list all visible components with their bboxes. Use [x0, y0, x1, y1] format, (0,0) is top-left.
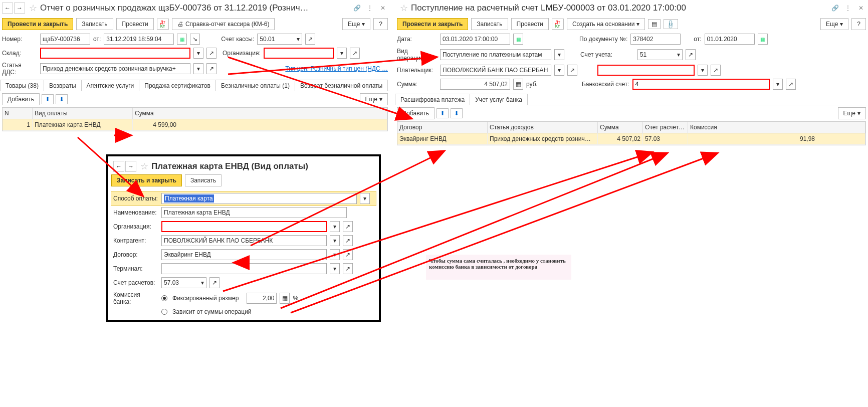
acc-pick-icon[interactable]: ↗ — [686, 49, 696, 60]
acc-pick-icon[interactable]: ↗ — [209, 277, 220, 288]
dtkt-button[interactable]: ДтКт — [157, 19, 169, 30]
table-row[interactable]: Эквайринг ЕНВД Приход денежных средств р… — [397, 133, 865, 145]
create-base-button[interactable]: Создать на основании ▾ — [567, 18, 645, 30]
dds-dd-icon[interactable]: ▾ — [193, 63, 203, 74]
kom-calc-icon[interactable]: ▦ — [280, 293, 290, 304]
list-icon[interactable]: ▤ — [648, 19, 661, 29]
contr-pick-icon[interactable]: ↗ — [343, 235, 353, 246]
star-icon[interactable]: ☆ — [400, 3, 408, 14]
cal-icon[interactable]: ▦ — [513, 34, 523, 45]
op-dd-icon[interactable]: ▾ — [554, 49, 564, 60]
close-icon[interactable]: ✕ — [856, 3, 866, 13]
tab-bank-services[interactable]: Учет услуг банка — [470, 94, 528, 105]
kassa-pick-icon[interactable]: ↗ — [305, 34, 315, 45]
tab-noncash-ret[interactable]: Возврат безналичной оплаты — [295, 80, 388, 91]
add-button[interactable]: Добавить — [2, 93, 40, 105]
term-dd-icon[interactable]: ▾ — [330, 263, 340, 274]
date-input[interactable]: 31.12.2019 18:59:04 — [104, 34, 174, 45]
help-button[interactable]: ? — [851, 18, 866, 30]
sum-input[interactable]: 4 507,02 — [440, 79, 510, 90]
help-button[interactable]: ? — [373, 18, 388, 30]
back-icon[interactable]: ← — [2, 3, 13, 14]
star-icon[interactable]: ☆ — [29, 3, 37, 14]
name-input[interactable]: Платежная карта ЕНВД — [161, 207, 347, 218]
number-input[interactable]: щзБУ-000736 — [40, 34, 90, 45]
down-icon[interactable]: ⬇ — [56, 94, 68, 104]
bank-dd-icon[interactable]: ▾ — [773, 79, 783, 90]
post-close-button[interactable]: Провести и закрыть — [397, 18, 468, 30]
add-button-r[interactable]: Добавить — [397, 107, 435, 119]
post-button[interactable]: Провести — [116, 18, 154, 30]
org-pick-icon[interactable]: ↗ — [711, 65, 721, 76]
post-button[interactable]: Провести — [511, 18, 549, 30]
dtkt-button[interactable]: ДтКт — [552, 19, 564, 30]
calendar-arrow-icon[interactable]: ↘ — [190, 34, 200, 45]
more-icon[interactable]: ⋮ — [843, 3, 853, 13]
sklad-input[interactable] — [40, 48, 190, 59]
price-link[interactable]: Тип цен: Розничный тип цен (НДС … — [285, 65, 388, 72]
acc-input[interactable]: 51▾ — [637, 49, 683, 60]
acc-input-p[interactable]: 57.03▾ — [161, 277, 206, 288]
sklad-dd-icon[interactable]: ▾ — [193, 48, 203, 59]
fwd-icon[interactable]: → — [14, 3, 25, 14]
cal2-icon[interactable]: ▦ — [758, 34, 768, 45]
link-icon[interactable]: 🔗 — [352, 3, 362, 13]
org-pick-icon[interactable]: ↗ — [343, 221, 353, 232]
radio-depends[interactable] — [161, 309, 167, 315]
dog-pick-icon[interactable]: ↗ — [343, 249, 353, 260]
term-pick-icon[interactable]: ↗ — [343, 263, 353, 274]
grid-more-button-r[interactable]: Еще ▾ — [838, 107, 866, 119]
save-close-button[interactable]: Записать и закрыть — [111, 174, 182, 186]
method-dd-icon[interactable]: ▾ — [360, 193, 370, 204]
radio-fixed[interactable] — [161, 295, 167, 301]
tab-returns[interactable]: Возвраты — [44, 80, 82, 91]
org-input[interactable] — [264, 48, 334, 59]
org-dd-icon[interactable]: ▾ — [337, 48, 347, 59]
up-icon[interactable]: ⬆ — [42, 94, 54, 104]
up-icon[interactable]: ⬆ — [437, 108, 449, 118]
link-icon[interactable]: 🔗 — [830, 3, 840, 13]
tab-cert[interactable]: Продажа сертификатов — [139, 80, 216, 91]
write-button[interactable]: Записать — [76, 18, 113, 30]
km6-button[interactable]: 🖨 Справка-отчет кассира (КМ-6) — [172, 18, 275, 30]
more-icon[interactable]: ⋮ — [365, 3, 375, 13]
write-button[interactable]: Записать — [185, 174, 222, 186]
method-input[interactable]: Платежная карта — [161, 193, 357, 204]
calc-icon[interactable]: ▦ — [513, 79, 523, 90]
org-pick-icon[interactable]: ↗ — [350, 48, 360, 59]
write-button[interactable]: Записать — [471, 18, 508, 30]
grid-more-button[interactable]: Еще ▾ — [360, 93, 388, 105]
org-input-r[interactable] — [597, 65, 695, 76]
payer-pick-icon[interactable]: ↗ — [567, 65, 577, 76]
dog-input[interactable]: Эквайринг ЕНВД — [161, 249, 327, 260]
org-dd-icon[interactable]: ▾ — [330, 221, 340, 232]
payer-input[interactable]: ПОВОЛЖСКИЙ БАНК ПАО СБЕРБАН — [440, 65, 551, 76]
org-input-p[interactable] — [161, 221, 327, 232]
back-icon[interactable]: ← — [113, 161, 124, 172]
down-icon[interactable]: ⬇ — [451, 108, 463, 118]
table-row[interactable]: 1 Платежная карта ЕНВД 4 599,00 — [3, 119, 387, 131]
close-icon[interactable]: ✕ — [378, 3, 388, 13]
kassa-input[interactable]: 50.01▾ — [257, 34, 302, 45]
calendar-icon[interactable]: ▦ — [177, 34, 187, 45]
attachment-icon[interactable]: 📎 — [664, 19, 678, 29]
tab-noncash[interactable]: Безналичные оплаты (1) — [215, 80, 295, 91]
tab-decode[interactable]: Расшифровка платежа — [395, 94, 470, 105]
more-button[interactable]: Еще ▾ — [820, 18, 848, 30]
bank-input[interactable]: 4 — [632, 79, 770, 90]
bank-pick-icon[interactable]: ↗ — [786, 79, 796, 90]
more-button[interactable]: Еще ▾ — [342, 18, 370, 30]
contr-dd-icon[interactable]: ▾ — [330, 235, 340, 246]
tab-goods[interactable]: Товары (38) — [0, 80, 44, 91]
term-input[interactable] — [161, 263, 327, 274]
sklad-pick-icon[interactable]: ↗ — [206, 48, 216, 59]
kom-input[interactable]: 2,00 — [247, 293, 277, 304]
star-icon[interactable]: ☆ — [140, 161, 148, 172]
payer-dd-icon[interactable]: ▾ — [554, 65, 564, 76]
op-input[interactable]: Поступление по платежным картам — [440, 49, 551, 60]
post-close-button[interactable]: Провести и закрыть — [2, 18, 73, 30]
tab-agent[interactable]: Агентские услуги — [81, 80, 140, 91]
dog-dd-icon[interactable]: ▾ — [330, 249, 340, 260]
date-input-r[interactable]: 03.01.2020 17:00:00 — [440, 34, 510, 45]
dds-pick-icon[interactable]: ↗ — [206, 63, 216, 74]
